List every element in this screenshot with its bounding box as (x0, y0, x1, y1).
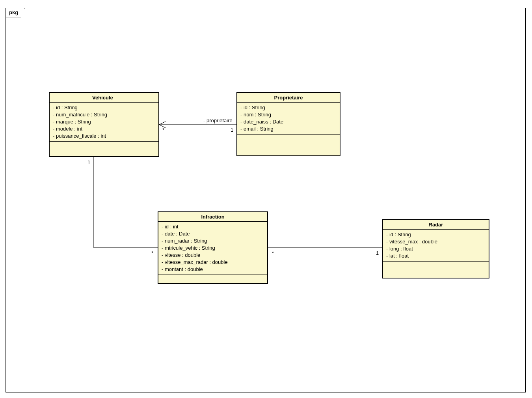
assoc-proprietaire-vehicule-label: - proprietaire (203, 118, 233, 123)
class-proprietaire-ops (237, 135, 340, 155)
mult-infraction-radar-radar-end: 1 (376, 250, 379, 256)
class-radar-attrs: - id : String - vitesse_max : double - l… (383, 230, 489, 262)
class-attribute: - lat : float (386, 252, 485, 260)
package-name: pkg (9, 9, 18, 15)
mult-infraction-radar-infraction-end: * (272, 250, 274, 256)
package-name-tab: pkg (6, 8, 25, 17)
class-attribute: - vitesse : double (162, 252, 264, 259)
class-vehicule-ops (50, 142, 158, 156)
class-infraction-attrs: - id : int - date : Date - num_radar : S… (158, 222, 267, 275)
package-frame: pkg (6, 8, 526, 392)
class-attribute: - mtricule_vehic : String (162, 245, 264, 252)
class-attribute: - modele : int (53, 125, 155, 133)
class-attribute: - num_radar : String (162, 237, 264, 245)
class-attribute: - nom : String (240, 111, 337, 118)
class-proprietaire: Proprietaire - id : String - nom : Strin… (236, 92, 340, 156)
class-attribute: - id : String (240, 104, 337, 111)
class-radar-name: Radar (383, 220, 489, 230)
class-attribute: - vitesse_max : double (386, 238, 485, 245)
class-attribute: - vitesse_max_radar : double (162, 259, 264, 266)
uml-canvas: pkg Vehicule_ - id : String - num_matric… (0, 0, 532, 398)
class-vehicule-name: Vehicule_ (50, 93, 158, 103)
class-proprietaire-name: Proprietaire (237, 93, 340, 103)
class-infraction-ops (158, 275, 267, 283)
class-radar-ops (383, 262, 489, 278)
class-attribute: - marque : String (53, 118, 155, 125)
class-attribute: - long : float (386, 245, 485, 252)
class-attribute: - date_naiss : Date (240, 118, 337, 125)
class-infraction-name: Infraction (158, 212, 267, 222)
mult-proprietaire-end: 1 (231, 127, 233, 133)
class-proprietaire-attrs: - id : String - nom : String - date_nais… (237, 103, 340, 135)
class-attribute: - num_matricule : String (53, 111, 155, 118)
class-infraction: Infraction - id : int - date : Date - nu… (158, 211, 268, 284)
mult-vehicule-end: * (162, 127, 164, 133)
mult-vehicule-infraction-vehicule-end: 1 (87, 159, 90, 165)
class-attribute: - puissance_fiscale : int (53, 133, 155, 140)
class-attribute: - date : Date (162, 230, 264, 237)
class-vehicule: Vehicule_ - id : String - num_matricule … (49, 92, 159, 157)
class-attribute: - id : int (162, 223, 264, 230)
mult-vehicule-infraction-infraction-end: * (151, 250, 153, 256)
class-vehicule-attrs: - id : String - num_matricule : String -… (50, 103, 158, 142)
class-radar: Radar - id : String - vitesse_max : doub… (382, 219, 489, 278)
class-attribute: - id : String (386, 231, 485, 238)
class-attribute: - email : String (240, 125, 337, 133)
class-attribute: - id : String (53, 104, 155, 111)
class-attribute: - montant : double (162, 266, 264, 273)
